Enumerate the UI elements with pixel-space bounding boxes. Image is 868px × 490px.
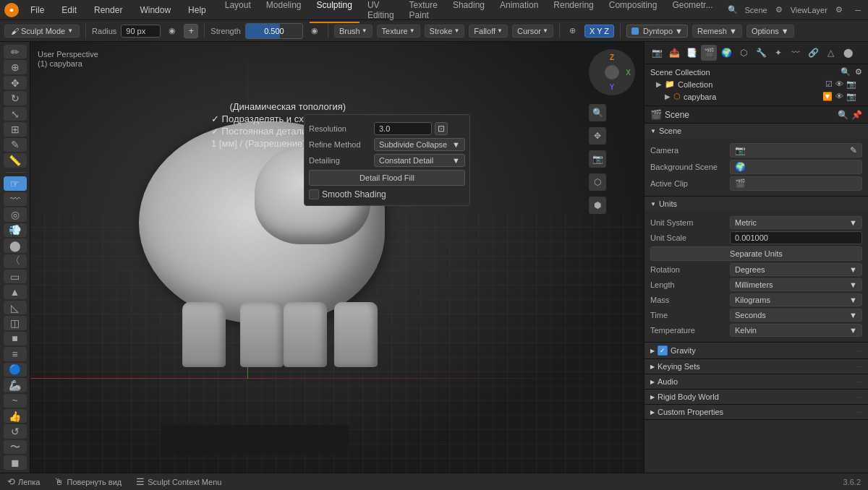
scene-options-icon[interactable]: ⚙ bbox=[772, 3, 786, 17]
ws-rendering[interactable]: Rendering bbox=[546, 0, 600, 23]
tool-cursor[interactable]: ⊕ bbox=[4, 60, 27, 74]
mass-dropdown[interactable]: Kilograms ▼ bbox=[730, 293, 862, 306]
tool-move[interactable]: ✥ bbox=[4, 76, 27, 90]
detailing-dropdown[interactable]: Constant Detail ▼ bbox=[374, 154, 465, 167]
tool-thumb[interactable]: 👍 bbox=[4, 409, 27, 423]
radius-picker-icon[interactable]: ◉ bbox=[165, 24, 179, 38]
scene-collection-filter-icon[interactable]: 🔍 bbox=[841, 67, 851, 77]
remesh-dropdown[interactable]: Remesh ▼ bbox=[692, 25, 742, 38]
smooth-shading-checkbox[interactable] bbox=[309, 189, 319, 199]
active-clip-picker[interactable]: 🎬 bbox=[730, 176, 862, 191]
gravity-checkbox[interactable]: ✓ bbox=[658, 345, 668, 356]
prop-icon-material[interactable]: ⬤ bbox=[840, 45, 856, 61]
prop-icon-data[interactable]: △ bbox=[822, 45, 838, 61]
panel-pin-icon[interactable]: 📌 bbox=[851, 110, 862, 120]
tool-crease[interactable]: 〈 bbox=[4, 254, 27, 268]
length-dropdown[interactable]: Millimeters ▼ bbox=[730, 278, 862, 291]
ws-shading[interactable]: Shading bbox=[446, 0, 492, 23]
tool-layer[interactable]: ≡ bbox=[4, 347, 27, 361]
view-layer-options-icon[interactable]: ⚙ bbox=[832, 3, 846, 17]
menu-window[interactable]: Window bbox=[134, 4, 176, 17]
tool-measure[interactable]: 📏 bbox=[4, 153, 27, 167]
rotation-dropdown[interactable]: Degrees ▼ bbox=[730, 263, 862, 276]
audio-header[interactable]: ▶ Audio ··· bbox=[644, 374, 868, 389]
resolution-input[interactable] bbox=[374, 122, 432, 135]
falloff-dropdown[interactable]: Falloff ▼ bbox=[469, 25, 508, 38]
ws-layout[interactable]: Layout bbox=[218, 0, 258, 23]
refine-method-dropdown[interactable]: Subdivide Collapse ▼ bbox=[374, 138, 465, 151]
tool-rotate[interactable]: ↻ bbox=[4, 91, 27, 105]
cursor-dropdown[interactable]: Cursor ▼ bbox=[512, 25, 553, 38]
rigid-body-header[interactable]: ▶ Rigid Body World ··· bbox=[644, 390, 868, 404]
ws-animation[interactable]: Animation bbox=[493, 0, 545, 23]
search-icon[interactable]: 🔍 bbox=[726, 3, 740, 17]
collection-render-icon[interactable]: 📷 bbox=[846, 79, 856, 89]
object-render-icon[interactable]: 📷 bbox=[846, 92, 856, 101]
temperature-dropdown[interactable]: Kelvin ▼ bbox=[730, 324, 862, 337]
tool-annotate[interactable]: ✎ bbox=[4, 138, 27, 152]
tool-nudge[interactable]: ~ bbox=[4, 394, 27, 408]
menu-edit[interactable]: Edit bbox=[56, 4, 82, 17]
ws-sculpting[interactable]: Sculpting bbox=[310, 0, 359, 23]
tool-snake[interactable]: 〜 bbox=[4, 440, 27, 454]
ws-geometry[interactable]: Geometr... bbox=[665, 0, 720, 23]
texture-dropdown[interactable]: Texture ▼ bbox=[377, 25, 420, 38]
tool-scrape[interactable]: ◺ bbox=[4, 301, 27, 314]
symmetry-icon[interactable]: ⊕ bbox=[566, 24, 580, 38]
prop-icon-render[interactable]: 📷 bbox=[649, 45, 665, 61]
prop-icon-modifier[interactable]: 🔧 bbox=[753, 45, 769, 61]
mode-selector[interactable]: 🖌 Sculpt Mode ▼ bbox=[4, 25, 80, 38]
view-layer-name[interactable]: ViewLayer bbox=[791, 6, 827, 14]
ws-texture-paint[interactable]: Texture Paint bbox=[402, 0, 445, 23]
brush-dropdown[interactable]: Brush ▼ bbox=[334, 25, 373, 38]
bg-scene-picker[interactable]: 🌍 bbox=[730, 160, 862, 174]
camera-icon[interactable]: 📷 bbox=[589, 150, 606, 168]
strength-picker-icon[interactable]: ◉ bbox=[307, 24, 322, 38]
prop-icon-particles[interactable]: ✦ bbox=[770, 45, 786, 61]
flood-fill-btn[interactable]: Detail Flood Fill bbox=[309, 170, 465, 186]
tool-clay[interactable]: ■ bbox=[4, 332, 27, 345]
menu-help[interactable]: Help bbox=[182, 4, 212, 17]
menu-render[interactable]: Render bbox=[88, 4, 128, 17]
zoom-icon[interactable]: 🔍 bbox=[589, 104, 606, 121]
ws-compositing[interactable]: Compositing bbox=[602, 0, 665, 23]
prop-icon-world[interactable]: 🌍 bbox=[718, 45, 734, 61]
keying-sets-header[interactable]: ▶ Keying Sets ··· bbox=[644, 359, 868, 374]
prop-icon-object[interactable]: ⬡ bbox=[736, 45, 752, 61]
tool-rotate2[interactable]: ↺ bbox=[4, 424, 27, 438]
tool-pose[interactable]: 🦾 bbox=[4, 378, 27, 392]
scene-collection-options-icon[interactable]: ⚙ bbox=[855, 67, 862, 77]
tool-grab[interactable]: ☞ bbox=[4, 176, 27, 190]
custom-props-header[interactable]: ▶ Custom Properties ··· bbox=[644, 405, 868, 419]
camera-picker[interactable]: 📷 ✎ bbox=[730, 143, 862, 158]
time-dropdown[interactable]: Seconds ▼ bbox=[730, 309, 862, 322]
separate-units-btn[interactable]: Separate Units bbox=[650, 246, 862, 261]
radius-input[interactable] bbox=[121, 25, 161, 38]
orbit-gizmo[interactable]: Z X Y bbox=[589, 49, 635, 95]
object-item[interactable]: ▶ ⬡ capybara 🔽 👁 📷 bbox=[650, 90, 862, 103]
tool-smooth[interactable]: 〰 bbox=[4, 192, 27, 206]
strength-slider[interactable]: 0.500 bbox=[245, 23, 303, 39]
dyntopo-dropdown[interactable]: Dyntopo ▼ bbox=[626, 25, 688, 38]
options-dropdown[interactable]: Options ▼ bbox=[746, 25, 794, 38]
stroke-dropdown[interactable]: Stroke ▼ bbox=[425, 25, 465, 38]
object-visibility-icon[interactable]: 👁 bbox=[835, 92, 843, 101]
ws-modeling[interactable]: Modeling bbox=[259, 0, 309, 23]
tool-scale[interactable]: ⤡ bbox=[4, 107, 27, 121]
tool-mask[interactable]: ◼ bbox=[4, 455, 27, 469]
panel-search-icon[interactable]: 🔍 bbox=[838, 110, 848, 120]
tool-flatten[interactable]: ▭ bbox=[4, 270, 27, 283]
tool-inflate[interactable]: 💨 bbox=[4, 223, 27, 237]
local-view-icon[interactable]: ⬢ bbox=[589, 197, 606, 214]
prop-icon-constraints[interactable]: 🔗 bbox=[805, 45, 821, 61]
tool-blob[interactable]: ⬤ bbox=[4, 238, 27, 252]
unit-scale-value[interactable]: 0.001000 bbox=[730, 231, 862, 244]
resolution-picker-btn[interactable]: ⊡ bbox=[435, 122, 448, 135]
tool-multiplane[interactable]: ◫ bbox=[4, 316, 27, 330]
tool-fill[interactable]: ▲ bbox=[4, 285, 27, 298]
unit-system-dropdown[interactable]: Metric ▼ bbox=[730, 216, 862, 229]
move-view-icon[interactable]: ✥ bbox=[589, 127, 606, 145]
menu-file[interactable]: File bbox=[25, 4, 50, 17]
collection-item[interactable]: ▶ 📁 Collection ☑ 👁 📷 bbox=[650, 78, 862, 90]
scene-name[interactable]: Scene bbox=[744, 6, 767, 14]
